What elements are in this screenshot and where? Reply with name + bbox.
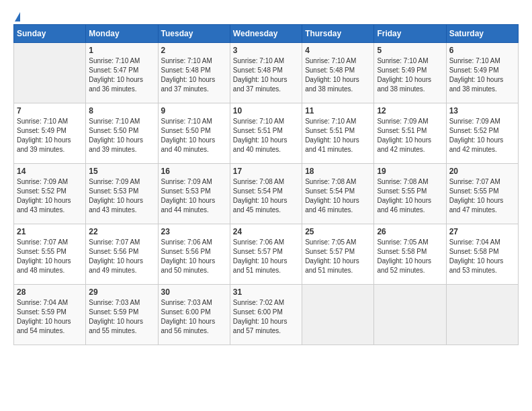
day-info: Sunrise: 7:10 AM Sunset: 5:49 PM Dayligh… (377, 56, 443, 94)
day-info: Sunrise: 7:03 AM Sunset: 6:00 PM Dayligh… (161, 298, 227, 336)
day-info: Sunrise: 7:02 AM Sunset: 6:00 PM Dayligh… (233, 298, 299, 336)
calendar-cell: 15Sunrise: 7:09 AM Sunset: 5:53 PM Dayli… (86, 164, 158, 224)
day-number: 23 (161, 227, 227, 236)
day-info: Sunrise: 7:10 AM Sunset: 5:48 PM Dayligh… (305, 56, 371, 94)
calendar-cell: 22Sunrise: 7:07 AM Sunset: 5:56 PM Dayli… (86, 224, 158, 285)
day-number: 16 (161, 167, 227, 176)
calendar-cell: 27Sunrise: 7:04 AM Sunset: 5:58 PM Dayli… (446, 224, 518, 285)
day-info: Sunrise: 7:09 AM Sunset: 5:52 PM Dayligh… (17, 177, 83, 215)
page-header (7, 7, 525, 24)
header-saturday: Saturday (446, 25, 518, 43)
calendar-cell: 17Sunrise: 7:08 AM Sunset: 5:54 PM Dayli… (230, 164, 302, 224)
day-info: Sunrise: 7:10 AM Sunset: 5:48 PM Dayligh… (233, 56, 299, 94)
calendar-cell: 31Sunrise: 7:02 AM Sunset: 6:00 PM Dayli… (230, 285, 302, 345)
calendar-cell: 25Sunrise: 7:05 AM Sunset: 5:57 PM Dayli… (302, 224, 374, 285)
day-info: Sunrise: 7:09 AM Sunset: 5:52 PM Dayligh… (449, 117, 515, 154)
calendar-cell: 5Sunrise: 7:10 AM Sunset: 5:49 PM Daylig… (374, 43, 446, 103)
day-info: Sunrise: 7:04 AM Sunset: 5:58 PM Dayligh… (449, 238, 515, 275)
calendar-week-row: 1Sunrise: 7:10 AM Sunset: 5:47 PM Daylig… (14, 43, 519, 103)
day-number: 6 (449, 46, 515, 55)
day-number: 18 (305, 167, 371, 176)
calendar-cell: 7Sunrise: 7:10 AM Sunset: 5:49 PM Daylig… (14, 103, 86, 164)
day-info: Sunrise: 7:05 AM Sunset: 5:57 PM Dayligh… (305, 238, 371, 275)
calendar-cell: 18Sunrise: 7:08 AM Sunset: 5:54 PM Dayli… (302, 164, 374, 224)
day-info: Sunrise: 7:10 AM Sunset: 5:47 PM Dayligh… (89, 56, 154, 94)
day-info: Sunrise: 7:10 AM Sunset: 5:51 PM Dayligh… (305, 117, 371, 154)
day-number: 17 (233, 167, 299, 176)
day-number: 4 (305, 46, 371, 55)
calendar-week-row: 7Sunrise: 7:10 AM Sunset: 5:49 PM Daylig… (14, 103, 519, 164)
calendar-cell: 30Sunrise: 7:03 AM Sunset: 6:00 PM Dayli… (158, 285, 230, 345)
day-info: Sunrise: 7:03 AM Sunset: 5:59 PM Dayligh… (89, 298, 154, 336)
calendar-table: SundayMondayTuesdayWednesdayThursdayFrid… (13, 24, 519, 345)
day-number: 15 (89, 167, 154, 176)
day-info: Sunrise: 7:10 AM Sunset: 5:49 PM Dayligh… (17, 117, 83, 154)
day-number: 20 (449, 167, 515, 176)
day-number: 11 (305, 106, 371, 116)
day-number: 29 (89, 287, 154, 297)
calendar-cell (302, 285, 374, 345)
day-info: Sunrise: 7:09 AM Sunset: 5:53 PM Dayligh… (89, 177, 154, 215)
day-number: 5 (377, 46, 443, 55)
calendar-week-row: 21Sunrise: 7:07 AM Sunset: 5:55 PM Dayli… (14, 224, 519, 285)
calendar-cell (374, 285, 446, 345)
day-number: 21 (17, 227, 83, 236)
day-number: 19 (377, 167, 443, 176)
header-tuesday: Tuesday (158, 25, 230, 43)
calendar-cell: 29Sunrise: 7:03 AM Sunset: 5:59 PM Dayli… (86, 285, 158, 345)
calendar-cell: 2Sunrise: 7:10 AM Sunset: 5:48 PM Daylig… (158, 43, 230, 103)
day-number: 1 (89, 46, 154, 55)
day-info: Sunrise: 7:08 AM Sunset: 5:54 PM Dayligh… (305, 177, 371, 215)
header-sunday: Sunday (14, 25, 86, 43)
day-number: 26 (377, 227, 443, 236)
header-friday: Friday (374, 25, 446, 43)
calendar-cell: 9Sunrise: 7:10 AM Sunset: 5:50 PM Daylig… (158, 103, 230, 164)
calendar-cell: 26Sunrise: 7:05 AM Sunset: 5:58 PM Dayli… (374, 224, 446, 285)
calendar-wrapper: SundayMondayTuesdayWednesdayThursdayFrid… (7, 24, 525, 352)
header-thursday: Thursday (302, 25, 374, 43)
calendar-cell: 20Sunrise: 7:07 AM Sunset: 5:55 PM Dayli… (446, 164, 518, 224)
calendar-cell: 6Sunrise: 7:10 AM Sunset: 5:49 PM Daylig… (446, 43, 518, 103)
day-number: 10 (233, 106, 299, 116)
calendar-week-row: 28Sunrise: 7:04 AM Sunset: 5:59 PM Dayli… (14, 285, 519, 345)
day-info: Sunrise: 7:08 AM Sunset: 5:55 PM Dayligh… (377, 177, 443, 215)
calendar-cell: 10Sunrise: 7:10 AM Sunset: 5:51 PM Dayli… (230, 103, 302, 164)
calendar-cell: 13Sunrise: 7:09 AM Sunset: 5:52 PM Dayli… (446, 103, 518, 164)
header-monday: Monday (86, 25, 158, 43)
logo (13, 12, 20, 21)
calendar-cell: 4Sunrise: 7:10 AM Sunset: 5:48 PM Daylig… (302, 43, 374, 103)
day-number: 12 (377, 106, 443, 116)
calendar-cell: 28Sunrise: 7:04 AM Sunset: 5:59 PM Dayli… (14, 285, 86, 345)
calendar-cell: 8Sunrise: 7:10 AM Sunset: 5:50 PM Daylig… (86, 103, 158, 164)
day-number: 31 (233, 287, 299, 297)
day-info: Sunrise: 7:09 AM Sunset: 5:51 PM Dayligh… (377, 117, 443, 154)
day-number: 7 (17, 106, 83, 116)
day-info: Sunrise: 7:07 AM Sunset: 5:55 PM Dayligh… (17, 238, 83, 275)
calendar-week-row: 14Sunrise: 7:09 AM Sunset: 5:52 PM Dayli… (14, 164, 519, 224)
day-number: 22 (89, 227, 154, 236)
calendar-cell: 21Sunrise: 7:07 AM Sunset: 5:55 PM Dayli… (14, 224, 86, 285)
calendar-cell: 24Sunrise: 7:06 AM Sunset: 5:57 PM Dayli… (230, 224, 302, 285)
day-number: 25 (305, 227, 371, 236)
calendar-cell: 11Sunrise: 7:10 AM Sunset: 5:51 PM Dayli… (302, 103, 374, 164)
calendar-cell: 12Sunrise: 7:09 AM Sunset: 5:51 PM Dayli… (374, 103, 446, 164)
calendar-cell: 19Sunrise: 7:08 AM Sunset: 5:55 PM Dayli… (374, 164, 446, 224)
day-number: 30 (161, 287, 227, 297)
calendar-cell (446, 285, 518, 345)
day-number: 28 (17, 287, 83, 297)
calendar-cell: 16Sunrise: 7:09 AM Sunset: 5:53 PM Dayli… (158, 164, 230, 224)
day-info: Sunrise: 7:09 AM Sunset: 5:53 PM Dayligh… (161, 177, 227, 215)
day-info: Sunrise: 7:04 AM Sunset: 5:59 PM Dayligh… (17, 298, 83, 336)
day-info: Sunrise: 7:05 AM Sunset: 5:58 PM Dayligh… (377, 238, 443, 275)
day-info: Sunrise: 7:10 AM Sunset: 5:49 PM Dayligh… (449, 56, 515, 94)
day-number: 2 (161, 46, 227, 55)
day-number: 24 (233, 227, 299, 236)
day-number: 9 (161, 106, 227, 116)
day-number: 8 (89, 106, 154, 116)
calendar-header-row: SundayMondayTuesdayWednesdayThursdayFrid… (14, 25, 519, 43)
day-info: Sunrise: 7:06 AM Sunset: 5:57 PM Dayligh… (233, 238, 299, 275)
day-number: 3 (233, 46, 299, 55)
calendar-cell: 3Sunrise: 7:10 AM Sunset: 5:48 PM Daylig… (230, 43, 302, 103)
calendar-cell (14, 43, 86, 103)
day-info: Sunrise: 7:10 AM Sunset: 5:50 PM Dayligh… (89, 117, 154, 154)
